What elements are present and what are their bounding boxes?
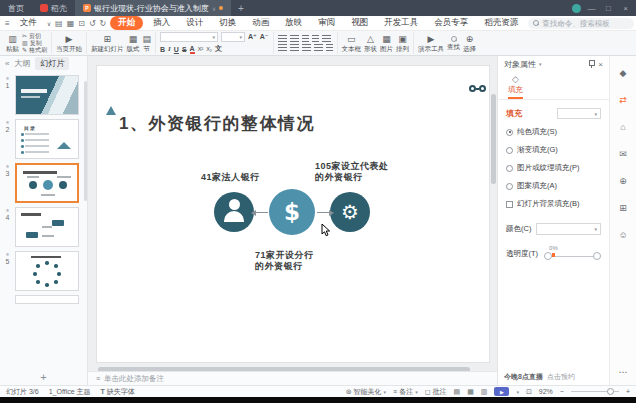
superscript-button[interactable]: X² [198, 46, 204, 52]
ribbon-tab-slideshow[interactable]: 放映 [279, 16, 308, 30]
color-dropdown[interactable]: ▾ [536, 223, 601, 235]
slide-3-thumbnail[interactable] [15, 163, 79, 203]
panel-scrollbar[interactable] [84, 81, 87, 201]
normal-view-icon[interactable]: ▤ [454, 388, 461, 396]
find-button[interactable]: 查找 [447, 36, 460, 50]
option-gradient-fill[interactable]: 渐变填充(G) [506, 145, 601, 155]
smart-beautify-button[interactable]: ⊛ 智能美化 ▾ [346, 387, 386, 397]
gear-circle[interactable]: ⚙ [330, 192, 370, 232]
pin-icon[interactable] [588, 60, 595, 68]
zoom-in-button[interactable]: + [626, 388, 630, 395]
slide-thumb-2[interactable]: ★ 2 目录 [0, 117, 87, 161]
ribbon-tab-view[interactable]: 视图 [345, 16, 374, 30]
dollar-circle[interactable]: $ [269, 189, 315, 235]
subscript-button[interactable]: X₂ [206, 46, 212, 52]
select-button[interactable]: ⊕ 选择 [463, 35, 476, 52]
home-tab[interactable]: 首页 [0, 0, 32, 16]
person-circle[interactable] [214, 192, 254, 232]
shapes-button[interactable]: △ 形状 [364, 35, 377, 52]
fit-to-window-icon[interactable]: ⊡ [526, 388, 532, 396]
object-properties-icon[interactable]: ⇄ [619, 95, 627, 105]
font-family-combo[interactable]: ▾ [160, 32, 218, 42]
home-panel-icon[interactable]: ⌂ [620, 122, 625, 132]
slide-thumb-4[interactable]: ★ 4 [0, 205, 87, 249]
picture-button[interactable]: ▦ 图片 [380, 35, 393, 52]
slide-2-thumbnail[interactable]: 目录 [15, 119, 79, 159]
option-picture-fill[interactable]: 图片或纹理填充(P) [506, 163, 601, 173]
cut-button[interactable]: ✂剪切 [22, 33, 47, 39]
command-search[interactable] [528, 18, 634, 29]
missing-font-indicator[interactable]: T 缺失字体 [101, 387, 135, 397]
align-left-icon[interactable] [278, 44, 287, 51]
text-direction-icon[interactable] [326, 44, 333, 51]
add-slide-button[interactable]: + [0, 370, 87, 385]
slide-1-thumbnail[interactable] [15, 75, 79, 115]
decrease-font-button[interactable]: A⁻ [260, 33, 269, 41]
bold-button[interactable]: B [160, 46, 165, 53]
bullet-list-icon[interactable] [278, 35, 287, 42]
minimize-button[interactable]: — [585, 4, 598, 13]
promo-action[interactable]: 点击预约 [547, 372, 575, 382]
comments-toggle-button[interactable]: ◻ 批注 [425, 387, 447, 397]
editing-canvas[interactable]: 1、外资银行的整体情况 41家法人银行 105家设立代表处 的外资银行 71家开… [88, 56, 497, 385]
underline-button[interactable]: U [174, 46, 179, 53]
zoom-slider-thumb[interactable] [607, 388, 614, 395]
font-size-combo[interactable]: ▾ [221, 32, 245, 42]
more-panels-icon[interactable]: ⋯ [619, 367, 628, 377]
line-spacing-icon[interactable] [322, 35, 331, 42]
docer-tab[interactable]: 稻壳 [32, 0, 75, 16]
assistant-icon[interactable]: ☺ [618, 230, 627, 240]
zoom-out-button[interactable]: − [560, 388, 564, 395]
layout-button[interactable]: ▦ 版式 [127, 35, 140, 52]
ribbon-tab-docer[interactable]: 稻壳资源 [478, 16, 524, 30]
strikethrough-button[interactable]: S [182, 46, 187, 53]
ribbon-tab-animation[interactable]: 动画 [246, 16, 275, 30]
current-slide[interactable]: 1、外资银行的整体情况 41家法人银行 105家设立代表处 的外资银行 71家开… [96, 65, 490, 363]
play-from-current-button[interactable]: ▶ 当页开始 [56, 35, 82, 52]
redo-icon[interactable]: ↻ [100, 19, 107, 28]
user-avatar[interactable] [572, 4, 581, 13]
new-slide-button[interactable]: ⊞ 新建幻灯片 [91, 35, 124, 52]
justify-icon[interactable] [314, 44, 323, 51]
italic-button[interactable]: I [168, 45, 171, 53]
ribbon-tab-transition[interactable]: 切换 [213, 16, 242, 30]
promo-banner[interactable]: 今晚8点直播 点击预约 [497, 368, 609, 385]
slideshow-play-button[interactable]: ▶ [494, 387, 509, 396]
slide-5-thumbnail[interactable] [15, 251, 79, 291]
format-painter-button[interactable]: ✎格式刷 [22, 47, 47, 53]
message-icon[interactable]: ✉ [619, 149, 627, 159]
label-rep-offices[interactable]: 105家设立代表处 的外资银行 [315, 161, 389, 183]
slide-thumb-5[interactable]: ★ 5 [0, 249, 87, 293]
close-button[interactable]: × [619, 4, 632, 13]
option-solid-fill[interactable]: 纯色填充(S) [506, 127, 601, 137]
option-pattern-fill[interactable]: 图案填充(A) [506, 181, 601, 191]
hamburger-icon[interactable]: ≡ [5, 19, 10, 28]
ribbon-tab-insert[interactable]: 插入 [147, 16, 176, 30]
file-caret-icon[interactable]: ∨ [47, 20, 51, 27]
ribbon-tab-member[interactable]: 会员专享 [428, 16, 474, 30]
notes-toggle-button[interactable]: ≡ 备注 ▾ [393, 387, 418, 397]
paste-button[interactable]: ▥ 粘贴 [6, 35, 19, 52]
decrease-indent-icon[interactable] [302, 35, 309, 42]
section-button[interactable]: ▤ 节 [143, 35, 152, 52]
increase-font-button[interactable]: A⁺ [248, 33, 257, 41]
chevron-down-icon[interactable]: ∨ [212, 5, 216, 12]
ribbon-tab-home[interactable]: 开始 [110, 16, 143, 30]
copy-button[interactable]: ▥复制 [22, 40, 47, 46]
reading-view-icon[interactable]: ▥ [481, 388, 488, 396]
tab-slides[interactable]: 幻灯片 [35, 57, 69, 70]
undo-icon[interactable]: ↺ [89, 19, 96, 28]
slide-4-thumbnail[interactable] [15, 207, 79, 247]
notes-bar[interactable]: ≡ 单击此处添加备注 [88, 371, 497, 385]
ribbon-tab-design[interactable]: 设计 [180, 16, 209, 30]
close-panel-icon[interactable]: × [598, 60, 603, 69]
label-legal-banks[interactable]: 41家法人银行 [201, 172, 260, 183]
print-icon[interactable]: ▦ [67, 19, 75, 28]
docer-resources-icon[interactable]: ◆ [620, 68, 627, 78]
collapse-panel-icon[interactable]: « [5, 59, 9, 68]
option-background-fill[interactable]: 幻灯片背景填充(B) [506, 199, 601, 209]
vertical-scrollbar[interactable] [491, 94, 496, 184]
search-input[interactable] [542, 19, 630, 28]
transparency-slider[interactable]: 0% [542, 247, 601, 261]
character-tool-button[interactable]: 文 [215, 44, 222, 54]
